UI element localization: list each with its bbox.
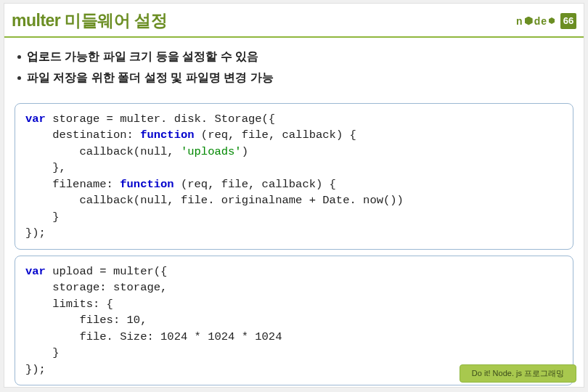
code-text: }); [25,363,46,376]
string-literal: 'uploads' [181,145,242,158]
keyword: function [140,128,194,142]
code-text: ) [242,145,248,158]
code-text: callback(null, [25,145,181,158]
code-text: destination: [25,128,140,142]
code-text: }, [25,161,66,174]
code-text: limits: { [25,298,113,311]
code-text: upload = multer({ [46,265,167,278]
code-text: file. Size: 1024 * 1024 * 1024 [25,330,282,343]
bullet-dot-icon [17,76,21,80]
slide: multer 미들웨어 설정 n de 66 업로드 가능한 파일 크기 등을 … [4,3,584,388]
page-number: 66 [560,13,576,29]
code-text: }); [25,226,46,240]
code-text: } [25,211,60,224]
hexagon-icon [525,17,533,25]
logo-text-de: de [534,15,547,27]
code-text: (req, file, callback) { [174,178,336,191]
code-text: filename: [25,178,120,191]
header-right: n de 66 [516,13,576,29]
code-text: (req, file, callback) { [195,128,356,142]
code-text: } [25,346,60,359]
hexagon-icon [549,17,555,24]
keyword: function [120,178,173,191]
bullet-list: 업로드 가능한 파일 크기 등을 설정할 수 있음 파일 저장을 위한 폴더 설… [4,38,584,99]
code-text: files: 10, [25,314,147,327]
keyword: var [25,113,46,126]
footer: Do it! Node. js 프로그래밍 [460,364,576,383]
node-logo: n de [516,15,555,27]
code-text: storage: storage, [25,281,167,294]
bullet-dot-icon [17,55,21,59]
bullet-item: 업로드 가능한 파일 크기 등을 설정할 수 있음 [17,49,571,65]
code-block-1: var storage = multer. disk. Storage({ de… [15,103,573,250]
bullet-text: 업로드 가능한 파일 크기 등을 설정할 수 있음 [27,49,258,65]
code-text: callback(null, file. originalname + Date… [25,194,404,207]
keyword: var [25,265,46,278]
logo-text-n: n [516,15,523,27]
bullet-item: 파일 저장을 위한 폴더 설정 및 파일명 변경 가능 [17,70,571,86]
footer-label: Do it! Node. js 프로그래밍 [460,364,576,383]
code-text: storage = multer. disk. Storage({ [46,113,275,126]
slide-title: multer 미들웨어 설정 [12,9,167,32]
header: multer 미들웨어 설정 n de 66 [4,4,584,38]
bullet-text: 파일 저장을 위한 폴더 설정 및 파일명 변경 가능 [27,70,274,86]
